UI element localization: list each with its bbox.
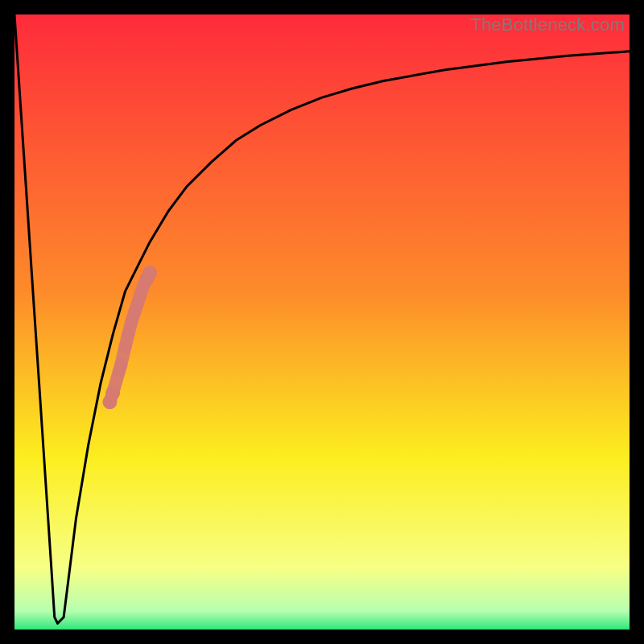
bottleneck-chart bbox=[14, 14, 630, 630]
highlight-dot bbox=[119, 341, 132, 353]
highlight-dot bbox=[114, 359, 127, 372]
chart-frame: TheBottleneck.com bbox=[0, 0, 644, 644]
gradient-background bbox=[14, 14, 630, 630]
watermark-label: TheBottleneck.com bbox=[470, 14, 625, 35]
highlight-dot bbox=[142, 266, 157, 280]
highlight-dot bbox=[105, 386, 120, 400]
plot-area: TheBottleneck.com bbox=[14, 14, 630, 630]
highlight-dot bbox=[122, 328, 134, 341]
